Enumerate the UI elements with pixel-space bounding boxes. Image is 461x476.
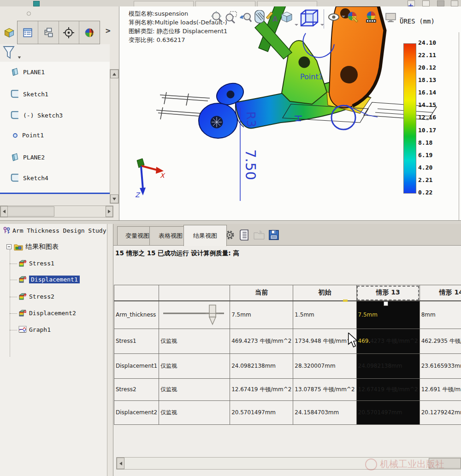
part-icon xyxy=(3,26,15,38)
arm-thickness-slider-cell[interactable] xyxy=(159,301,230,329)
dropdown-caret[interactable] xyxy=(342,16,345,19)
tree-item-label: Sketch4 xyxy=(23,175,48,182)
cell-initial[interactable]: 13.07875 牛顿/mm^2 xyxy=(293,378,356,400)
design-study-title-row[interactable]: Arm Thickness Design Study xyxy=(3,227,106,235)
panel-tab-bar xyxy=(17,21,100,44)
cell-scenario14[interactable]: 8mm xyxy=(420,301,461,329)
study-item-displacement1[interactable]: u Displacement1 xyxy=(18,275,80,283)
stress-plot-icon: σ xyxy=(18,292,27,300)
scroll-right-button[interactable] xyxy=(106,206,113,217)
cell-scenario13-selected[interactable]: 12.67419 牛顿/mm^2 xyxy=(356,378,420,400)
scroll-left-button[interactable] xyxy=(0,206,8,217)
panel-expand-chevron[interactable]: > xyxy=(105,27,111,35)
cell-current[interactable]: 7.5mm xyxy=(230,301,293,329)
display-sphere-icon xyxy=(84,27,95,38)
study-item-stress2[interactable]: σ Stress2 xyxy=(18,292,54,300)
study-item-displacement2[interactable]: u Displacement2 xyxy=(18,309,76,317)
header-scenario-14[interactable]: 情形 14 xyxy=(420,285,461,301)
export-results-button[interactable] xyxy=(253,229,266,241)
tree-item-sketch4[interactable]: Sketch4 xyxy=(10,173,48,182)
tree-horizontal-scrollbar[interactable] xyxy=(0,206,113,217)
tree-item-sketch1[interactable]: Sketch1 xyxy=(10,89,48,99)
filter-funnel-icon[interactable] xyxy=(3,46,15,60)
cell-current[interactable]: 24.0982138mm xyxy=(230,353,293,378)
edit-appearance-icon[interactable] xyxy=(346,10,360,24)
tab-results-view[interactable]: 结果视图 xyxy=(183,225,227,246)
cell-scenario13-selected[interactable]: 469.4273 牛顿/mm^2 xyxy=(356,329,420,353)
results-folder-row[interactable]: 结果和图表 xyxy=(6,242,59,251)
study-item-graph1[interactable]: Graph1 xyxy=(18,325,51,334)
scrollbar-thumb[interactable] xyxy=(7,206,54,217)
study-report-button[interactable] xyxy=(238,229,251,241)
selection-resize-handle[interactable] xyxy=(384,301,388,306)
annotations-icon[interactable]: A xyxy=(266,10,280,24)
header-scenario-13[interactable]: 情形 13 xyxy=(356,285,420,301)
cell-initial[interactable]: 24.1584703mm xyxy=(293,400,356,424)
tab-dimxpert[interactable] xyxy=(59,21,80,44)
cell-initial[interactable]: 28.320007mm xyxy=(293,353,356,378)
window-box-icon[interactable] xyxy=(451,0,458,6)
rollback-bar[interactable] xyxy=(0,193,110,194)
cell-scenario13-selected[interactable]: 20.5701497mm xyxy=(356,400,420,424)
study-tree-scrollbar[interactable] xyxy=(107,224,113,476)
cell-scenario14[interactable]: 462.2935 牛顿/mm^2 xyxy=(420,329,461,353)
tab-display-manager[interactable] xyxy=(79,21,100,44)
tree-item-plane1[interactable]: PLANE1 xyxy=(10,67,45,76)
header-current[interactable]: 当前 xyxy=(230,285,293,301)
cell-scenario14[interactable]: 23.6165933mm xyxy=(420,353,461,378)
tab-featuremanager[interactable] xyxy=(2,22,17,42)
filter-dropdown-caret[interactable] xyxy=(18,57,21,59)
section-view-icon[interactable] xyxy=(252,10,266,24)
mouse-cursor-icon xyxy=(348,333,361,348)
collapse-minus-icon[interactable] xyxy=(6,244,12,249)
tree-item-sketch3[interactable]: (-) Sketch3 xyxy=(10,111,63,120)
watermark-text: 机械工业出版社 xyxy=(380,458,444,470)
apply-scene-icon[interactable] xyxy=(365,10,378,24)
hide-show-eye-icon[interactable] xyxy=(327,10,341,24)
value-slider[interactable] xyxy=(160,301,228,327)
plot-type-text: 图解类型: 静态位移 Displacement1 xyxy=(129,27,227,35)
tree-item-point1[interactable]: Point1 xyxy=(12,132,44,139)
view-orientation-cube-icon[interactable] xyxy=(298,7,319,30)
toolbar-separator xyxy=(324,9,324,29)
legend-value: 8.18 xyxy=(418,140,436,146)
tree-item-label: PLANE2 xyxy=(23,154,45,161)
watermark-logo xyxy=(365,458,377,470)
row-label-stress2: Stress2 xyxy=(114,378,159,400)
header-initial[interactable]: 初始 xyxy=(293,285,356,301)
cell-scenario14[interactable]: 20.1279242mm xyxy=(420,400,461,424)
svg-text:σ: σ xyxy=(24,293,27,297)
folder-icon xyxy=(14,243,23,251)
tab-properties[interactable] xyxy=(18,21,38,44)
view-settings-icon[interactable] xyxy=(384,10,398,24)
dropdown-caret[interactable] xyxy=(295,24,298,28)
cell-initial[interactable]: 1.5mm xyxy=(293,301,356,329)
displacement-plot-icon: u xyxy=(18,309,27,317)
window-box-filled-icon[interactable] xyxy=(437,0,444,6)
display-style-cube-icon[interactable] xyxy=(280,10,294,24)
cell-scenario14[interactable]: 12.691 牛顿/mm^2 xyxy=(420,378,461,400)
tab-configurations[interactable] xyxy=(38,21,59,44)
tab-label: 表格视图 xyxy=(159,232,183,240)
cell-initial[interactable]: 1734.948 牛顿/mm^2 xyxy=(293,329,356,353)
previous-view-icon[interactable] xyxy=(238,10,252,24)
tree-item-plane2[interactable]: PLANE2 xyxy=(10,153,45,162)
graphics-viewport[interactable]: R3 7.50 Point1 X Z 模型名称:suspension 算例名称:… xyxy=(119,6,461,220)
scroll-up-button[interactable] xyxy=(110,70,118,78)
cell-current[interactable]: 20.5701497mm xyxy=(230,400,293,424)
study-item-stress1[interactable]: σ Stress1 xyxy=(18,259,54,267)
tree-vertical-scrollbar[interactable] xyxy=(110,69,119,204)
zoom-area-icon[interactable] xyxy=(225,10,238,24)
mini-app-icon xyxy=(33,1,40,6)
zoom-fit-icon[interactable] xyxy=(210,10,224,24)
cell-current[interactable]: 12.67419 牛顿/mm^2 xyxy=(230,378,293,400)
save-button[interactable] xyxy=(267,229,280,241)
scroll-left-button[interactable] xyxy=(117,458,124,469)
legend-value: 22.11 xyxy=(418,52,436,58)
plus-icon[interactable] xyxy=(408,0,415,6)
window-box-icon[interactable] xyxy=(422,0,430,6)
cell-scenario13-selected[interactable]: 24.0982138mm xyxy=(356,353,420,378)
feature-manager-panel: > PLANE1 Sketch1 (-) Sketch3 xyxy=(0,6,119,220)
scroll-down-button[interactable] xyxy=(110,194,118,203)
cell-current[interactable]: 469.4273 牛顿/mm^2 xyxy=(230,329,293,353)
